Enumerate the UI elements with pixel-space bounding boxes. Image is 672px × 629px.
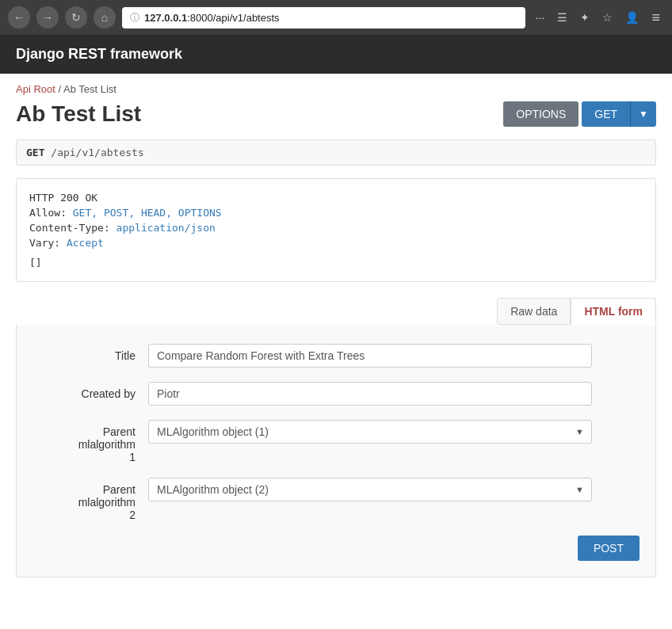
request-path: /api/v1/abtests xyxy=(51,147,143,158)
page-header: Ab Test List OPTIONS GET ▼ xyxy=(16,101,656,127)
created-by-input[interactable] xyxy=(148,382,592,406)
address-bar[interactable]: ⓘ 127.0.0.1:8000/api/v1/abtests xyxy=(122,7,525,29)
forward-button[interactable]: → xyxy=(36,6,59,29)
browser-extra-icons: ··· ☰ ✦ ☆ 👤 ≡ xyxy=(532,8,664,28)
request-method: GET xyxy=(26,147,44,158)
reader-icon[interactable]: ☰ xyxy=(553,10,571,25)
hamburger-menu[interactable]: ≡ xyxy=(647,8,664,28)
back-button[interactable]: ← xyxy=(8,6,30,29)
content-type-header: Content-Type: application/json xyxy=(29,222,643,234)
main-content: Api Root / Ab Test List Ab Test List OPT… xyxy=(0,74,672,593)
form-tabs: Raw data HTML form xyxy=(16,298,656,325)
post-button[interactable]: POST xyxy=(578,536,640,561)
parent-ml2-select[interactable]: MLAlgorithm object (1) MLAlgorithm objec… xyxy=(148,478,592,501)
vary-value: Accept xyxy=(67,237,104,249)
tab-html-form[interactable]: HTML form xyxy=(571,298,656,325)
more-button[interactable]: ··· xyxy=(532,10,549,25)
allow-value: GET, POST, HEAD, OPTIONS xyxy=(73,207,222,219)
title-row: Title xyxy=(32,344,640,368)
html-form-area: Title Created by Parent mlalgorithm 1 ML… xyxy=(16,325,656,578)
drf-title: Django REST framework xyxy=(16,46,182,62)
browser-toolbar: ← → ↻ ⌂ ⓘ 127.0.0.1:8000/api/v1/abtests … xyxy=(0,0,672,35)
allow-header: Allow: GET, POST, HEAD, OPTIONS xyxy=(29,207,643,219)
get-button-group: GET ▼ xyxy=(582,101,656,127)
header-buttons: OPTIONS GET ▼ xyxy=(503,101,656,127)
bookmark-icon[interactable]: ☆ xyxy=(598,10,617,25)
home-button[interactable]: ⌂ xyxy=(94,6,116,29)
breadcrumb-root[interactable]: Api Root xyxy=(16,83,55,95)
response-area: HTTP 200 OK Allow: GET, POST, HEAD, OPTI… xyxy=(16,178,656,282)
parent-ml1-row: Parent mlalgorithm 1 MLAlgorithm object … xyxy=(32,420,640,463)
http-status: HTTP 200 OK xyxy=(29,192,643,204)
get-button[interactable]: GET xyxy=(582,101,630,127)
title-input[interactable] xyxy=(148,344,592,368)
allow-key: Allow: xyxy=(29,207,67,219)
page-title: Ab Test List xyxy=(16,101,141,127)
breadcrumb: Api Root / Ab Test List xyxy=(16,74,656,101)
avatar-icon[interactable]: 👤 xyxy=(621,10,643,25)
created-by-label: Created by xyxy=(32,382,136,400)
parent-ml2-label: Parent mlalgorithm 2 xyxy=(32,478,136,521)
caret-icon: ▼ xyxy=(639,109,648,120)
refresh-button[interactable]: ↻ xyxy=(65,6,87,29)
get-url-bar: GET /api/v1/abtests xyxy=(16,139,656,166)
parent-ml2-select-wrapper: MLAlgorithm object (1) MLAlgorithm objec… xyxy=(148,478,592,501)
get-dropdown-button[interactable]: ▼ xyxy=(630,101,656,127)
vary-key: Vary: xyxy=(29,237,60,249)
drf-header: Django REST framework xyxy=(0,35,672,74)
vary-header: Vary: Accept xyxy=(29,237,643,249)
pocket-icon[interactable]: ✦ xyxy=(576,10,594,25)
parent-ml2-row: Parent mlalgorithm 2 MLAlgorithm object … xyxy=(32,478,640,521)
content-type-value: application/json xyxy=(116,222,216,234)
tab-raw-data[interactable]: Raw data xyxy=(497,298,571,325)
parent-ml1-select-wrapper: MLAlgorithm object (1) MLAlgorithm objec… xyxy=(148,420,592,444)
title-label: Title xyxy=(32,344,136,362)
content-type-key: Content-Type: xyxy=(29,222,110,234)
parent-ml1-label: Parent mlalgorithm 1 xyxy=(32,420,136,463)
response-body: [] xyxy=(29,257,643,269)
breadcrumb-current: Ab Test List xyxy=(63,83,116,95)
security-icon: ⓘ xyxy=(130,11,139,25)
created-by-row: Created by xyxy=(32,382,640,406)
submit-row: POST xyxy=(32,536,640,561)
url-text: 127.0.0.1:8000/api/v1/abtests xyxy=(144,12,517,24)
options-button[interactable]: OPTIONS xyxy=(503,101,578,127)
parent-ml1-select[interactable]: MLAlgorithm object (1) MLAlgorithm objec… xyxy=(148,420,592,444)
